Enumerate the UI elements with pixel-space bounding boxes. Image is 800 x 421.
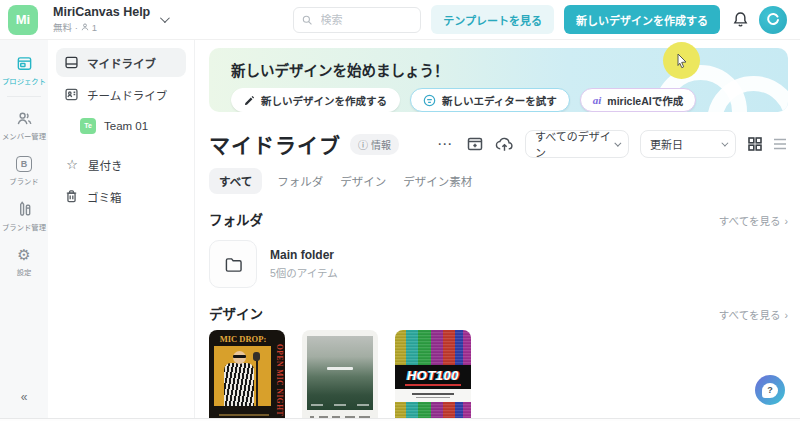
poster-13-thumbnail: HOT100: [395, 330, 471, 421]
design-card-poster-13[interactable]: HOT100 ポスター 13: [395, 330, 471, 421]
sidebar-item-starred[interactable]: ☆ 星付き: [56, 150, 186, 179]
star-icon: ☆: [64, 157, 80, 172]
poster-13-title-band: HOT100: [395, 365, 471, 390]
drive-sidebar: マイドライブ チームドライブ Te Team 01 ☆ 星付き ゴミ箱: [48, 40, 195, 421]
search-bar[interactable]: [293, 7, 421, 33]
help-button[interactable]: ?: [755, 375, 785, 405]
folders-section-header: フォルダ すべてを見る ›: [209, 209, 788, 229]
design-card-poster-12[interactable]: ポスター 12: [302, 330, 378, 421]
notifications-button[interactable]: [732, 11, 749, 28]
brand-management-icon: [16, 201, 33, 218]
brand-icon: B: [16, 156, 32, 172]
chevron-down-icon: [721, 139, 728, 146]
workspace-name: MiriCanvas Help: [53, 5, 150, 19]
tab-folders[interactable]: フォルダ: [275, 168, 325, 194]
sidebar-item-my-drive[interactable]: マイドライブ: [56, 48, 186, 77]
projects-icon: [16, 55, 33, 72]
poster-11-thumbnail: MIC DROP: OPEN MIC NIGHT FRI, JUNE 13, 2…: [209, 330, 285, 421]
folder-plus-icon: [466, 135, 484, 153]
rail-item-brand-management[interactable]: ブランド管理: [0, 194, 48, 240]
members-icon: [16, 110, 33, 127]
topbar: Mi MiriCanvas Help 無料 · 1 テンプレートを見る 新しいデ…: [0, 0, 800, 40]
designs-grid: MIC DROP: OPEN MIC NIGHT FRI, JUNE 13, 2…: [209, 330, 788, 421]
page-header: マイドライブ ⓘ 情報 ⋯ すべてのデザイン: [209, 129, 788, 159]
sidebar-item-team-01[interactable]: Te Team 01: [56, 111, 186, 140]
design-card-poster-11[interactable]: MIC DROP: OPEN MIC NIGHT FRI, JUNE 13, 2…: [209, 330, 285, 421]
rail-item-projects[interactable]: プロジェクト: [0, 48, 48, 94]
rail-item-settings[interactable]: ⚙ 設定: [0, 240, 48, 285]
designs-section-title: デザイン: [209, 303, 263, 323]
trash-icon: [64, 189, 79, 204]
poster-13-caption-band: [395, 389, 471, 402]
main-content: 新しいデザインを始めましょう！ 新しいデザインを作成する 新しいエディターを試す…: [195, 40, 800, 421]
pencil-icon: [244, 95, 255, 106]
new-folder-button[interactable]: [466, 135, 484, 153]
info-icon: ⓘ: [358, 137, 368, 152]
designs-see-all-link[interactable]: すべてを見る ›: [719, 307, 788, 322]
grid-view-button[interactable]: [747, 136, 763, 152]
tab-designs[interactable]: デザイン: [338, 168, 388, 194]
workspace-selector[interactable]: MiriCanvas Help 無料 · 1: [53, 5, 167, 34]
avatar-swirl-icon: [765, 12, 781, 28]
content-tabs: すべて フォルダ デザイン デザイン素材: [209, 168, 788, 194]
list-view-button[interactable]: [772, 137, 788, 151]
tab-all[interactable]: すべて: [209, 168, 262, 194]
help-bubble-icon: ?: [762, 383, 778, 398]
arrow-right-icon: ›: [785, 309, 789, 321]
my-drive-icon: [64, 55, 79, 70]
bell-icon: [732, 11, 749, 28]
banner-create-design-button[interactable]: 新しいデザインを作成する: [231, 88, 400, 112]
promo-banner: 新しいデザインを始めましょう！ 新しいデザインを作成する 新しいエディターを試す…: [209, 48, 788, 112]
arrow-right-icon: ›: [785, 215, 789, 227]
member-icon: [81, 23, 89, 31]
poster-12-thumbnail: [302, 330, 378, 421]
designs-section-header: デザイン すべてを見る ›: [209, 303, 788, 323]
sidebar-item-team-drive[interactable]: チームドライブ: [56, 80, 186, 109]
banner-miricle-ai-button[interactable]: ai miricleAIで作成: [580, 88, 696, 112]
folder-name: Main folder: [270, 248, 338, 262]
team-badge: Te: [80, 118, 96, 134]
new-editor-icon: [423, 94, 436, 107]
poster-11-art: [214, 346, 271, 406]
rail-divider: [7, 96, 41, 97]
list-view-icon: [772, 137, 788, 151]
poster-12-forest-photo: [307, 336, 373, 410]
grid-view-icon: [747, 136, 763, 152]
folder-tile: [209, 240, 257, 288]
miricanvas-dashboard: Mi MiriCanvas Help 無料 · 1 テンプレートを見る 新しいデ…: [0, 0, 800, 421]
design-type-filter[interactable]: すべてのデザイン: [525, 130, 629, 158]
workspace-meta: 無料 · 1: [53, 20, 150, 34]
cursor-highlight: [663, 42, 700, 79]
view-templates-button[interactable]: テンプレートを見る: [431, 5, 554, 34]
chevron-down-icon: [615, 139, 622, 146]
page-title: マイドライブ: [209, 129, 341, 159]
sidebar-item-trash[interactable]: ゴミ箱: [56, 182, 186, 211]
user-avatar[interactable]: [759, 6, 787, 34]
banner-try-editor-button[interactable]: 新しいエディターを試す: [410, 88, 570, 112]
folder-icon: [224, 256, 243, 273]
folder-item-count: 5個のアイテム: [270, 265, 338, 280]
cursor-arrow-icon: [675, 53, 689, 69]
info-badge[interactable]: ⓘ 情報: [350, 134, 399, 155]
icon-rail: プロジェクト メンバー管理 B ブランド ブランド管理 ⚙ 設定 «: [0, 40, 48, 421]
rail-item-brand[interactable]: B ブランド: [0, 149, 48, 194]
chevron-down-icon: [160, 13, 170, 23]
folder-item[interactable]: Main folder 5個のアイテム: [209, 240, 409, 288]
more-options-button[interactable]: ⋯: [435, 135, 455, 153]
ai-icon: ai: [593, 94, 602, 106]
team-drive-icon: [64, 87, 79, 102]
cloud-upload-icon: [495, 136, 514, 153]
folders-see-all-link[interactable]: すべてを見る ›: [719, 213, 788, 228]
sort-filter[interactable]: 更新日: [640, 130, 736, 158]
create-design-button[interactable]: 新しいデザインを作成する: [564, 5, 720, 34]
rail-item-members[interactable]: メンバー管理: [0, 103, 48, 149]
search-icon: [302, 14, 312, 26]
tab-design-assets[interactable]: デザイン素材: [401, 168, 474, 194]
poster-11-address-line: [219, 414, 269, 416]
upload-button[interactable]: [495, 136, 514, 153]
folders-section-title: フォルダ: [209, 209, 263, 229]
search-input[interactable]: [319, 13, 413, 27]
settings-gear-icon: ⚙: [17, 247, 30, 263]
app-logo[interactable]: Mi: [8, 5, 38, 35]
collapse-sidebar-button[interactable]: «: [15, 389, 34, 405]
